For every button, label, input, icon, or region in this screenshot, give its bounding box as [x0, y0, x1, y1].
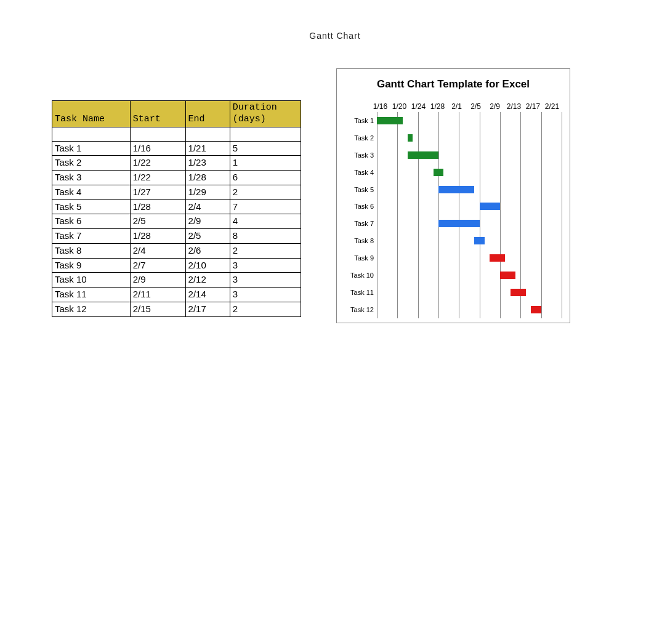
cell-start: 1/28	[130, 229, 185, 244]
cell-end: 1/28	[185, 171, 230, 185]
cell-duration: 3	[230, 288, 301, 302]
table-row: Task 82/42/62	[52, 243, 301, 258]
gantt-gridline	[562, 112, 562, 318]
cell-start: 1/16	[130, 141, 185, 156]
gantt-tick-label: 2/17	[523, 102, 543, 111]
page-title: Gantt Chart	[0, 31, 670, 41]
cell-task: Task 7	[52, 229, 131, 244]
gantt-bar	[474, 237, 485, 244]
gantt-tick-label: 2/5	[466, 102, 485, 111]
cell-duration: 8	[230, 229, 301, 244]
table-row: Task 112/112/143	[52, 288, 301, 302]
cell-task: Task 10	[52, 273, 131, 288]
cell-duration: 3	[230, 258, 301, 273]
cell-end: 1/29	[185, 185, 230, 199]
gantt-row: Task 12	[377, 301, 562, 318]
col-header-end: End	[185, 101, 230, 127]
cell-duration: 2	[230, 302, 301, 316]
gantt-chart: Gantt Chart Template for Excel 1/161/201…	[336, 68, 570, 323]
cell-duration	[230, 127, 301, 141]
cell-task	[52, 127, 131, 141]
gantt-row: Task 2	[377, 129, 562, 147]
cell-end: 2/10	[185, 258, 230, 273]
gantt-row-label: Task 6	[340, 198, 376, 215]
table-row: Task 31/221/286	[52, 171, 301, 185]
gantt-tick-label: 2/13	[504, 102, 523, 111]
gantt-tick-label: 1/28	[428, 102, 447, 111]
table-row: Task 41/271/292	[52, 185, 301, 199]
cell-duration: 5	[230, 141, 301, 156]
gantt-row: Task 11	[377, 284, 562, 301]
cell-duration: 2	[230, 185, 301, 199]
cell-start: 2/15	[130, 302, 185, 316]
table-row: Task 62/52/94	[52, 214, 301, 229]
gantt-bar	[500, 272, 515, 279]
gantt-bar	[377, 117, 403, 124]
table-row: Task 51/282/47	[52, 199, 301, 214]
cell-end: 2/9	[185, 214, 230, 229]
gantt-title: Gantt Chart Template for Excel	[337, 78, 570, 91]
gantt-bar	[438, 220, 480, 227]
cell-duration: 2	[230, 243, 301, 258]
table-row	[52, 127, 301, 141]
table-row: Task 21/221/231	[52, 156, 301, 171]
cell-start: 2/5	[130, 214, 185, 229]
cell-task: Task 8	[52, 243, 131, 258]
cell-end: 2/14	[185, 288, 230, 302]
gantt-tick-label: 1/16	[371, 102, 390, 111]
cell-duration: 7	[230, 199, 301, 214]
cell-task: Task 4	[52, 185, 131, 199]
cell-task: Task 9	[52, 258, 131, 273]
gantt-bar	[480, 203, 500, 210]
cell-duration: 3	[230, 273, 301, 288]
cell-start	[130, 127, 185, 141]
gantt-row-label: Task 12	[340, 301, 376, 318]
gantt-bar	[511, 289, 526, 296]
gantt-row: Task 6	[377, 198, 562, 215]
cell-start: 2/11	[130, 288, 185, 302]
gantt-row-label: Task 3	[340, 147, 376, 164]
gantt-row-label: Task 8	[340, 232, 376, 249]
cell-end: 2/4	[185, 199, 230, 214]
task-table: Task Name Start End Duration (days) Task…	[52, 100, 301, 317]
gantt-row-label: Task 2	[340, 129, 376, 147]
gantt-row: Task 10	[377, 267, 562, 284]
gantt-bar	[490, 254, 505, 262]
cell-duration: 1	[230, 156, 301, 171]
cell-end: 2/6	[185, 243, 230, 258]
cell-start: 1/27	[130, 185, 185, 199]
gantt-row: Task 5	[377, 181, 562, 198]
gantt-row: Task 1	[377, 112, 562, 129]
gantt-tick-label: 2/9	[485, 102, 504, 111]
cell-start: 2/7	[130, 258, 185, 273]
gantt-row-label: Task 9	[340, 249, 376, 267]
gantt-row: Task 7	[377, 215, 562, 232]
cell-task: Task 12	[52, 302, 131, 316]
table-row: Task 102/92/123	[52, 273, 301, 288]
gantt-plot: Task 1Task 2Task 3Task 4Task 5Task 6Task…	[377, 112, 562, 318]
gantt-row: Task 9	[377, 249, 562, 267]
gantt-bar	[408, 151, 438, 159]
gantt-tick-label: 1/24	[409, 102, 428, 111]
gantt-tick-label: 1/20	[390, 102, 409, 111]
cell-task: Task 11	[52, 288, 131, 302]
gantt-axis: 1/161/201/241/282/12/52/92/132/172/21	[371, 102, 562, 111]
gantt-row: Task 4	[377, 164, 562, 181]
cell-start: 2/4	[130, 243, 185, 258]
gantt-row: Task 3	[377, 147, 562, 164]
cell-end: 2/5	[185, 229, 230, 244]
cell-start: 2/9	[130, 273, 185, 288]
cell-start: 1/22	[130, 171, 185, 185]
gantt-row-label: Task 7	[340, 215, 376, 232]
table-row: Task 92/72/103	[52, 258, 301, 273]
gantt-bar	[408, 134, 413, 142]
cell-end: 2/12	[185, 273, 230, 288]
cell-task: Task 5	[52, 199, 131, 214]
gantt-row-label: Task 4	[340, 164, 376, 181]
cell-task: Task 6	[52, 214, 131, 229]
gantt-row: Task 8	[377, 232, 562, 249]
gantt-tick-label: 2/1	[447, 102, 466, 111]
table-row: Task 11/161/215	[52, 141, 301, 156]
gantt-tick-label: 2/21	[543, 102, 562, 111]
gantt-row-label: Task 1	[340, 112, 376, 129]
